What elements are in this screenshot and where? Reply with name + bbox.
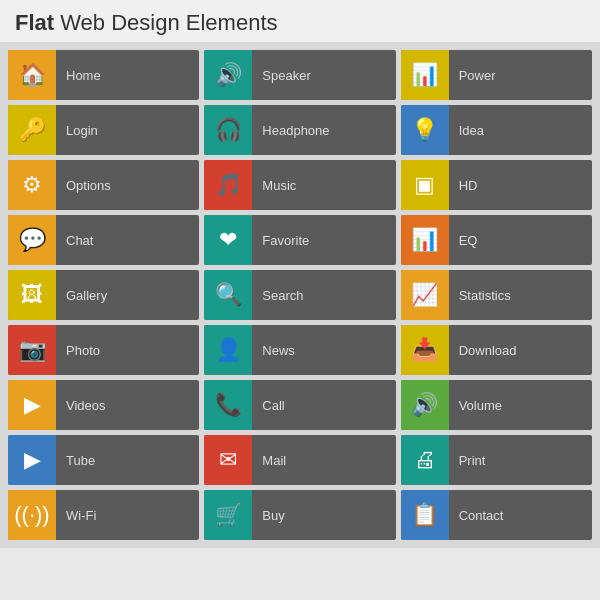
contact-label: Contact — [449, 508, 592, 523]
grid-item-volume[interactable]: 🔊Volume — [401, 380, 592, 430]
grid-item-print[interactable]: 🖨Print — [401, 435, 592, 485]
grid-item-search[interactable]: 🔍Search — [204, 270, 395, 320]
grid-item-idea[interactable]: 💡Idea — [401, 105, 592, 155]
speaker-label: Speaker — [252, 68, 395, 83]
headphone-label: Headphone — [252, 123, 395, 138]
chat-icon: 💬 — [8, 215, 56, 265]
call-icon: 📞 — [204, 380, 252, 430]
search-icon: 🔍 — [204, 270, 252, 320]
login-label: Login — [56, 123, 199, 138]
options-icon: ⚙ — [8, 160, 56, 210]
music-icon: 🎵 — [204, 160, 252, 210]
chat-label: Chat — [56, 233, 199, 248]
grid-item-photo[interactable]: 📷Photo — [8, 325, 199, 375]
grid-item-home[interactable]: 🏠Home — [8, 50, 199, 100]
home-label: Home — [56, 68, 199, 83]
wi-fi-label: Wi-Fi — [56, 508, 199, 523]
statistics-label: Statistics — [449, 288, 592, 303]
grid-item-options[interactable]: ⚙Options — [8, 160, 199, 210]
music-label: Music — [252, 178, 395, 193]
grid-item-power[interactable]: 📊Power — [401, 50, 592, 100]
eq-label: EQ — [449, 233, 592, 248]
grid-item-eq[interactable]: 📊EQ — [401, 215, 592, 265]
headphone-icon: 🎧 — [204, 105, 252, 155]
call-label: Call — [252, 398, 395, 413]
grid-item-buy[interactable]: 🛒Buy — [204, 490, 395, 540]
login-icon: 🔑 — [8, 105, 56, 155]
grid-item-favorite[interactable]: ❤Favorite — [204, 215, 395, 265]
grid-item-login[interactable]: 🔑Login — [8, 105, 199, 155]
grid-item-call[interactable]: 📞Call — [204, 380, 395, 430]
grid-item-news[interactable]: 👤News — [204, 325, 395, 375]
header: Flat Web Design Elements — [0, 0, 600, 42]
photo-label: Photo — [56, 343, 199, 358]
grid: 🏠Home🔊Speaker📊Power🔑Login🎧Headphone💡Idea… — [0, 42, 600, 548]
volume-icon: 🔊 — [401, 380, 449, 430]
buy-icon: 🛒 — [204, 490, 252, 540]
search-label: Search — [252, 288, 395, 303]
grid-item-speaker[interactable]: 🔊Speaker — [204, 50, 395, 100]
favorite-label: Favorite — [252, 233, 395, 248]
grid-item-mail[interactable]: ✉Mail — [204, 435, 395, 485]
idea-icon: 💡 — [401, 105, 449, 155]
statistics-icon: 📈 — [401, 270, 449, 320]
buy-label: Buy — [252, 508, 395, 523]
grid-item-hd[interactable]: ▣HD — [401, 160, 592, 210]
title-bold: Flat — [15, 10, 54, 35]
grid-item-headphone[interactable]: 🎧Headphone — [204, 105, 395, 155]
favorite-icon: ❤ — [204, 215, 252, 265]
wi-fi-icon: ((·)) — [8, 490, 56, 540]
contact-icon: 📋 — [401, 490, 449, 540]
gallery-icon: 🖼 — [8, 270, 56, 320]
hd-label: HD — [449, 178, 592, 193]
tube-icon: ▶ — [8, 435, 56, 485]
speaker-icon: 🔊 — [204, 50, 252, 100]
grid-item-gallery[interactable]: 🖼Gallery — [8, 270, 199, 320]
mail-icon: ✉ — [204, 435, 252, 485]
videos-icon: ▶ — [8, 380, 56, 430]
tube-label: Tube — [56, 453, 199, 468]
grid-item-statistics[interactable]: 📈Statistics — [401, 270, 592, 320]
idea-label: Idea — [449, 123, 592, 138]
gallery-label: Gallery — [56, 288, 199, 303]
download-icon: 📥 — [401, 325, 449, 375]
hd-icon: ▣ — [401, 160, 449, 210]
grid-item-videos[interactable]: ▶Videos — [8, 380, 199, 430]
home-icon: 🏠 — [8, 50, 56, 100]
print-icon: 🖨 — [401, 435, 449, 485]
grid-item-wifi[interactable]: ((·))Wi-Fi — [8, 490, 199, 540]
grid-item-music[interactable]: 🎵Music — [204, 160, 395, 210]
grid-item-chat[interactable]: 💬Chat — [8, 215, 199, 265]
power-label: Power — [449, 68, 592, 83]
grid-item-tube[interactable]: ▶Tube — [8, 435, 199, 485]
grid-item-download[interactable]: 📥Download — [401, 325, 592, 375]
news-icon: 👤 — [204, 325, 252, 375]
title-rest: Web Design Elements — [54, 10, 277, 35]
news-label: News — [252, 343, 395, 358]
mail-label: Mail — [252, 453, 395, 468]
volume-label: Volume — [449, 398, 592, 413]
download-label: Download — [449, 343, 592, 358]
eq-icon: 📊 — [401, 215, 449, 265]
grid-item-contact[interactable]: 📋Contact — [401, 490, 592, 540]
power-icon: 📊 — [401, 50, 449, 100]
photo-icon: 📷 — [8, 325, 56, 375]
videos-label: Videos — [56, 398, 199, 413]
print-label: Print — [449, 453, 592, 468]
options-label: Options — [56, 178, 199, 193]
